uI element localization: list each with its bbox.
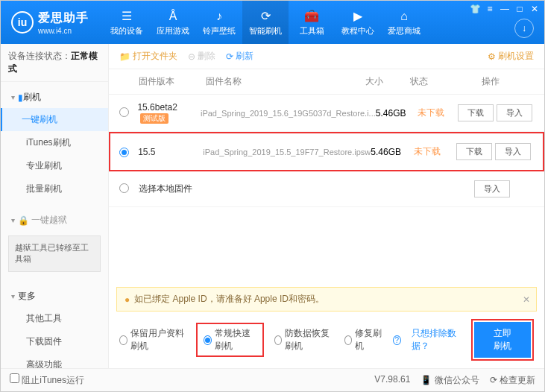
flash-settings-button[interactable]: ⚙刷机设置 [488,50,534,63]
warning-bar: ● 如已绑定 Apple ID，请准备好 Apple ID和密码。 ✕ [116,287,537,312]
open-folder-button[interactable]: 📁打开文件夹 [119,50,177,63]
firmware-row[interactable]: 15.6beta2测试版 iPad_Spring_2019_15.6_19G50… [109,95,544,132]
folder-icon: 📁 [119,51,130,62]
menu-icon[interactable]: ≡ [485,4,495,14]
skin-icon[interactable]: 👕 [470,4,480,14]
radio[interactable] [119,107,129,117]
migrate-notice: 越狱工具已转移至工具箱 [8,235,101,272]
nav-tutorial[interactable]: ▶教程中心 [335,1,381,44]
flash-options: 保留用户资料刷机 常规快速刷机 防数据恢复刷机 修复刷机 ? 只想排除数据？ 立… [109,312,544,368]
sidebar-advanced[interactable]: 高级功能 [22,353,108,368]
local-firmware-row[interactable]: 选择本地固件 导入 [109,171,544,207]
sidebar-more[interactable]: ▾更多 [1,285,108,307]
mode-repair[interactable]: 修复刷机 [344,327,382,353]
sidebar: 设备连接状态：正常模式 ▾▮ 刷机 一键刷机 iTunes刷机 专业刷机 批量刷… [1,44,109,368]
start-flash-button[interactable]: 立即刷机 [474,322,531,358]
toolbar: 📁打开文件夹 ⊖删除 ⟳刷新 ⚙刷机设置 [109,44,544,69]
exclude-data-link[interactable]: 只想排除数据？ [412,327,461,353]
version-label: V7.98.61 [374,374,410,387]
brand-name: 爱思助手 [38,10,89,26]
footer: 阻止iTunes运行 V7.98.61 📱 微信公众号 ⟳ 检查更新 [1,368,544,391]
check-update-link[interactable]: ⟳ 检查更新 [490,374,535,387]
brand-url: www.i4.cn [38,27,89,35]
sidebar-pro-flash[interactable]: 专业刷机 [22,154,108,177]
firmware-row-selected[interactable]: 15.5 iPad_Spring_2019_15.5_19F77_Restore… [109,132,544,171]
refresh-icon: ⟳ [226,51,233,62]
radio[interactable] [119,148,129,157]
connection-status: 设备连接状态：正常模式 [1,44,108,82]
mode-keep-data[interactable]: 保留用户资料刷机 [119,327,186,353]
mode-anti-recovery[interactable]: 防数据恢复刷机 [274,327,334,353]
sidebar-other-tools[interactable]: 其他工具 [22,307,108,330]
nav-toolbox[interactable]: 🧰工具箱 [289,1,335,44]
app-header: iu 爱思助手 www.i4.cn ☰我的设备 Å应用游戏 ♪铃声壁纸 ⟳智能刷… [1,1,544,44]
download-circle-icon[interactable]: ↓ [514,19,534,38]
wechat-link[interactable]: 📱 微信公众号 [420,374,479,387]
import-button[interactable]: 导入 [474,180,510,197]
download-button[interactable]: 下载 [458,104,494,121]
delete-icon: ⊖ [188,51,195,62]
block-itunes[interactable]: 阻止iTunes运行 [10,373,84,387]
nav-apps[interactable]: Å应用游戏 [150,1,196,44]
nav-store[interactable]: ⌂爱思商城 [381,1,427,44]
close-icon[interactable]: ✕ [529,4,540,14]
nav-ringtone[interactable]: ♪铃声壁纸 [196,1,242,44]
logo: iu 爱思助手 www.i4.cn [1,10,89,35]
import-button[interactable]: 导入 [495,143,531,160]
mode-normal-fast[interactable]: 常规快速刷机 [196,323,263,357]
logo-icon: iu [11,11,34,34]
top-nav: ☰我的设备 Å应用游戏 ♪铃声壁纸 ⟳智能刷机 🧰工具箱 ▶教程中心 ⌂爱思商城 [104,1,427,44]
minimize-icon[interactable]: — [500,4,510,14]
help-icon[interactable]: ? [393,335,401,345]
sidebar-one-click-flash[interactable]: 一键刷机 [1,108,108,131]
import-button[interactable]: 导入 [497,104,532,121]
maximize-icon[interactable]: □ [514,4,525,14]
gear-icon: ⚙ [488,51,496,62]
sidebar-flash[interactable]: ▾▮ 刷机 [1,86,108,108]
nav-my-device[interactable]: ☰我的设备 [104,1,150,44]
main-panel: 📁打开文件夹 ⊖删除 ⟳刷新 ⚙刷机设置 固件版本 固件名称 大小 状态 操作 … [109,44,544,368]
table-header: 固件版本 固件名称 大小 状态 操作 [109,69,544,95]
sidebar-batch-flash[interactable]: 批量刷机 [22,177,108,200]
refresh-button[interactable]: ⟳刷新 [226,50,253,63]
radio[interactable] [119,183,129,193]
close-warning-icon[interactable]: ✕ [523,294,530,305]
sidebar-itunes-flash[interactable]: iTunes刷机 [22,131,108,154]
window-controls: 👕 ≡ — □ ✕ [470,4,540,14]
sidebar-jailbreak[interactable]: ▾🔒一键越狱 [1,209,108,231]
download-button[interactable]: 下载 [456,143,492,160]
delete-button[interactable]: ⊖删除 [188,50,215,63]
nav-flash[interactable]: ⟳智能刷机 [242,1,289,44]
warning-icon: ● [125,294,130,305]
sidebar-download-fw[interactable]: 下载固件 [22,330,108,353]
